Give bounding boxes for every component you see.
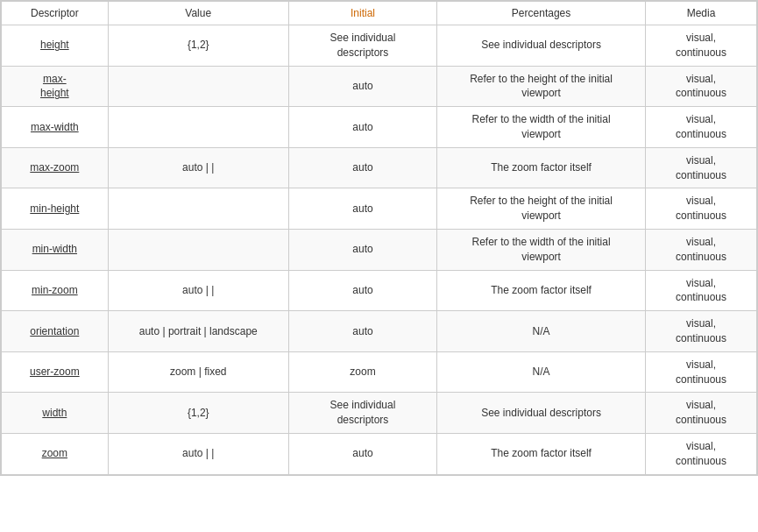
descriptor-link[interactable]: max-height bbox=[40, 73, 69, 100]
cell-value: {1,2} bbox=[108, 25, 288, 67]
cell-initial: See individualdescriptors bbox=[288, 25, 436, 67]
cell-value: auto | | bbox=[108, 147, 288, 188]
cell-media: visual,continuous bbox=[646, 66, 757, 107]
cell-initial: auto bbox=[288, 229, 436, 270]
cell-media: visual,continuous bbox=[646, 229, 757, 270]
cell-descriptor: width bbox=[2, 393, 109, 434]
cell-initial: auto bbox=[288, 270, 436, 311]
cell-descriptor: max-width bbox=[2, 107, 109, 148]
descriptor-link[interactable]: orientation bbox=[30, 325, 79, 337]
cell-descriptor: min-width bbox=[2, 229, 109, 270]
cell-descriptor: height bbox=[2, 25, 109, 67]
cell-percentages: N/A bbox=[437, 311, 646, 352]
cell-value: {1,2} bbox=[108, 393, 288, 434]
descriptor-link[interactable]: max-width bbox=[31, 121, 79, 133]
main-table-container: Descriptor Value Initial Percentages Med… bbox=[0, 0, 758, 476]
cell-percentages: Refer to the height of the initialviewpo… bbox=[437, 188, 646, 230]
cell-media: visual,continuous bbox=[646, 25, 757, 67]
descriptor-link[interactable]: min-height bbox=[30, 202, 79, 215]
descriptor-link[interactable]: zoom bbox=[42, 447, 67, 459]
cell-initial: auto bbox=[288, 66, 436, 107]
cell-value bbox=[108, 229, 288, 270]
table-row: min-widthautoRefer to the width of the i… bbox=[2, 229, 757, 270]
cell-value bbox=[108, 107, 288, 148]
cell-descriptor: max-zoom bbox=[2, 147, 109, 188]
cell-media: visual,continuous bbox=[646, 188, 757, 230]
descriptor-link[interactable]: height bbox=[40, 39, 69, 51]
descriptor-link[interactable]: max-zoom bbox=[30, 161, 79, 174]
cell-initial: auto bbox=[288, 147, 436, 188]
table-header-row: Descriptor Value Initial Percentages Med… bbox=[2, 2, 757, 25]
cell-percentages: The zoom factor itself bbox=[437, 270, 646, 311]
table-row: min-heightautoRefer to the height of the… bbox=[2, 188, 757, 230]
table-row: max-widthautoRefer to the width of the i… bbox=[2, 107, 757, 148]
cell-media: visual,continuous bbox=[646, 270, 757, 311]
header-percentages: Percentages bbox=[437, 2, 646, 25]
descriptors-table: Descriptor Value Initial Percentages Med… bbox=[1, 1, 757, 475]
header-descriptor: Descriptor bbox=[2, 2, 109, 25]
cell-descriptor: max-height bbox=[2, 66, 109, 107]
cell-value bbox=[108, 66, 288, 107]
cell-media: visual,continuous bbox=[646, 107, 757, 148]
cell-percentages: See individual descriptors bbox=[437, 393, 646, 434]
cell-percentages: Refer to the width of the initialviewpor… bbox=[437, 229, 646, 270]
header-value: Value bbox=[108, 2, 288, 25]
cell-initial: auto bbox=[288, 188, 436, 230]
cell-media: visual,continuous bbox=[646, 311, 757, 352]
table-row: min-zoomauto | |autoThe zoom factor itse… bbox=[2, 270, 757, 311]
cell-descriptor: user-zoom bbox=[2, 351, 109, 393]
cell-percentages: Refer to the height of the initialviewpo… bbox=[437, 66, 646, 107]
table-row: user-zoomzoom | fixedzoomN/Avisual,conti… bbox=[2, 351, 757, 393]
cell-media: visual,continuous bbox=[646, 351, 757, 393]
header-initial: Initial bbox=[288, 2, 436, 25]
cell-value bbox=[108, 188, 288, 230]
cell-percentages: See individual descriptors bbox=[437, 25, 646, 67]
table-row: zoomauto | |autoThe zoom factor itselfvi… bbox=[2, 433, 757, 474]
table-row: width{1,2}See individualdescriptorsSee i… bbox=[2, 393, 757, 434]
cell-value: zoom | fixed bbox=[108, 351, 288, 393]
cell-value: auto | portrait | landscape bbox=[108, 311, 288, 352]
cell-descriptor: min-zoom bbox=[2, 270, 109, 311]
table-row: height{1,2}See individualdescriptorsSee … bbox=[2, 25, 757, 67]
cell-initial: See individualdescriptors bbox=[288, 393, 436, 434]
cell-percentages: The zoom factor itself bbox=[437, 433, 646, 474]
descriptor-link[interactable]: min-width bbox=[32, 243, 77, 255]
cell-initial: auto bbox=[288, 107, 436, 148]
cell-value: auto | | bbox=[108, 270, 288, 311]
cell-media: visual,continuous bbox=[646, 433, 757, 474]
cell-initial: auto bbox=[288, 433, 436, 474]
cell-media: visual,continuous bbox=[646, 147, 757, 188]
descriptor-link[interactable]: user-zoom bbox=[30, 365, 80, 378]
descriptor-link[interactable]: min-zoom bbox=[32, 284, 78, 296]
cell-percentages: The zoom factor itself bbox=[437, 147, 646, 188]
cell-descriptor: min-height bbox=[2, 188, 109, 230]
table-row: orientationauto | portrait | landscapeau… bbox=[2, 311, 757, 352]
cell-percentages: Refer to the width of the initialviewpor… bbox=[437, 107, 646, 148]
cell-descriptor: orientation bbox=[2, 311, 109, 352]
cell-media: visual,continuous bbox=[646, 393, 757, 434]
table-row: max-heightautoRefer to the height of the… bbox=[2, 66, 757, 107]
cell-descriptor: zoom bbox=[2, 433, 109, 474]
cell-value: auto | | bbox=[108, 433, 288, 474]
table-row: max-zoomauto | |autoThe zoom factor itse… bbox=[2, 147, 757, 188]
cell-percentages: N/A bbox=[437, 351, 646, 393]
header-media: Media bbox=[646, 2, 757, 25]
cell-initial: auto bbox=[288, 311, 436, 352]
cell-initial: zoom bbox=[288, 351, 436, 393]
descriptor-link[interactable]: width bbox=[42, 407, 67, 419]
